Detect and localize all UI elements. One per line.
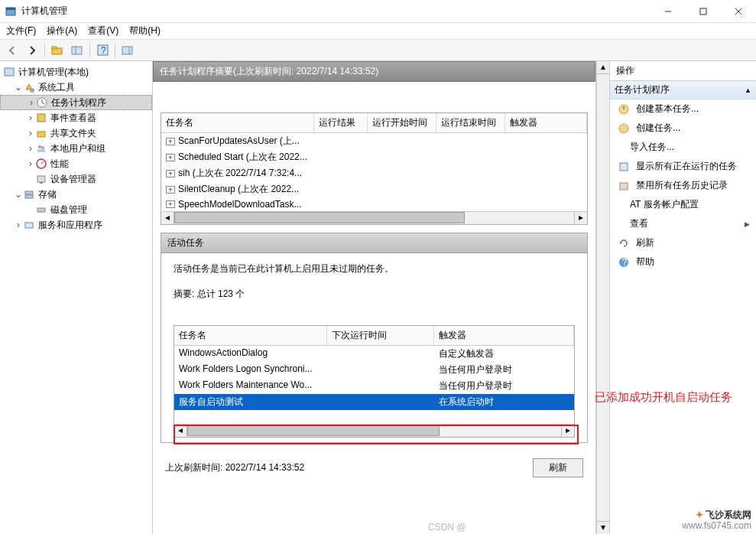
toolbar-folder-button[interactable] <box>48 42 67 59</box>
tree-label: 事件查看器 <box>50 112 96 125</box>
tree-local-users[interactable]: ›本地用户和组 <box>0 141 152 156</box>
svg-rect-23 <box>37 149 45 152</box>
tree-label: 本地用户和组 <box>50 142 105 155</box>
tree-task-scheduler[interactable]: ›任务计划程序 <box>0 95 152 110</box>
active-tasks-description: 活动任务是当前已在此计算机上启用且未过期的任务。 <box>174 262 575 275</box>
tree-system-tools[interactable]: ⌄系统工具 <box>0 80 152 95</box>
title-bar: 计算机管理 <box>0 0 756 23</box>
svg-rect-19 <box>37 114 45 122</box>
tree-disk-management[interactable]: 磁盘管理 <box>0 202 152 217</box>
svg-rect-36 <box>620 183 628 190</box>
scrollbar-horizontal[interactable]: ◂▸ <box>161 211 587 224</box>
svg-rect-8 <box>72 47 82 54</box>
annotation-box <box>174 425 579 444</box>
toolbar-preview-button[interactable] <box>118 42 137 59</box>
tree-device-manager[interactable]: 设备管理器 <box>0 171 152 187</box>
menu-bar: 文件(F) 操作(A) 查看(V) 帮助(H) <box>0 23 756 40</box>
tree-label: 服务和应用程序 <box>38 219 102 232</box>
svg-rect-26 <box>37 176 45 182</box>
svg-line-25 <box>41 161 44 164</box>
tree-label: 性能 <box>50 158 69 171</box>
maximize-button[interactable] <box>686 0 721 23</box>
scrollbar-vertical[interactable]: ▴▾ <box>596 61 609 534</box>
action-show-running[interactable]: 显示所有正在运行的任务 <box>610 157 756 176</box>
svg-text:?: ? <box>101 45 106 56</box>
action-disable-history[interactable]: 禁用所有任务历史记录 <box>610 176 756 195</box>
active-tasks-section: 活动任务 活动任务是当前已在此计算机上启用且未过期的任务。 摘要: 总计 123… <box>161 233 588 443</box>
close-button[interactable] <box>721 0 756 23</box>
menu-help[interactable]: 帮助(H) <box>129 24 161 37</box>
tree-label: 存储 <box>38 188 57 201</box>
svg-point-22 <box>41 146 44 149</box>
app-icon <box>5 5 17 18</box>
active-tasks-summary: 摘要: 总计 123 个 <box>174 288 575 301</box>
tree-performance[interactable]: ›性能 <box>0 156 152 171</box>
table-row[interactable]: WindowsActionDialog自定义触发器 <box>174 346 574 362</box>
action-import-task[interactable]: 导入任务... <box>610 138 756 157</box>
navigation-tree[interactable]: 计算机管理(本地) ⌄系统工具 ›任务计划程序 ›事件查看器 ›共享文件夹 ›本… <box>0 61 153 534</box>
annotation-text: 已添加成功开机自启动任务 <box>595 390 732 405</box>
svg-point-15 <box>30 88 34 93</box>
site-watermark: ✦ 飞沙系统网 www.fs0745.com <box>682 509 751 531</box>
menu-action[interactable]: 操作(A) <box>47 24 77 37</box>
footer-row: 上次刷新时间: 2022/7/14 14:33:52 刷新 <box>153 451 595 485</box>
tree-services-apps[interactable]: ›服务和应用程序 <box>0 217 152 233</box>
content-pane: 任务计划程序摘要(上次刷新时间: 2022/7/14 14:33:52) 任务名… <box>153 61 609 534</box>
action-refresh[interactable]: 刷新 <box>610 233 756 252</box>
svg-rect-30 <box>37 208 45 212</box>
table-row[interactable]: 服务自启动测试在系统启动时 <box>174 394 574 410</box>
svg-point-21 <box>38 145 41 148</box>
action-at-service[interactable]: AT 服务帐户配置 <box>610 195 756 214</box>
action-help[interactable]: ?帮助 <box>610 252 756 272</box>
tree-label: 系统工具 <box>38 81 75 94</box>
tree-label: 共享文件夹 <box>50 127 96 140</box>
list-item[interactable]: +Scheduled Start (上次在 2022... <box>161 149 587 165</box>
list-item[interactable]: +sih (上次在 2022/7/14 7:32:4... <box>161 165 587 181</box>
tree-root-label: 计算机管理(本地) <box>18 66 89 79</box>
window-title: 计算机管理 <box>21 5 651 18</box>
recent-tasks-list[interactable]: 任务名 运行结果 运行开始时间 运行结束时间 触发器 +ScanForUpdat… <box>161 112 588 225</box>
tree-event-viewer[interactable]: ›事件查看器 <box>0 110 152 125</box>
toolbar-help-button[interactable]: ? <box>93 42 112 59</box>
action-create-task[interactable]: 创建任务... <box>610 119 756 138</box>
svg-rect-31 <box>25 223 33 228</box>
svg-rect-3 <box>700 8 706 15</box>
actions-title: 操作 <box>610 61 756 81</box>
svg-rect-29 <box>25 195 33 198</box>
active-tasks-list[interactable]: 任务名 下次运行时间 触发器 WindowsActionDialog自定义触发器… <box>174 325 575 438</box>
nav-forward-button[interactable] <box>23 42 41 59</box>
list-item[interactable]: +ScanForUpdatesAsUser (上... <box>161 133 587 149</box>
last-refresh-label: 上次刷新时间: 2022/7/14 14:33:52 <box>165 461 304 474</box>
active-tasks-columns: 任务名 下次运行时间 触发器 <box>174 326 574 346</box>
tree-shared-folders[interactable]: ›共享文件夹 <box>0 125 152 141</box>
list-item[interactable]: +SpeechModelDownloadTask... <box>161 197 587 211</box>
tree-root[interactable]: 计算机管理(本地) <box>0 64 152 80</box>
svg-rect-35 <box>620 163 628 171</box>
action-view[interactable]: 查看▶ <box>610 214 756 233</box>
svg-rect-7 <box>52 47 57 49</box>
refresh-button[interactable]: 刷新 <box>533 458 583 477</box>
actions-pane: 操作 任务计划程序▲ 创建基本任务... 创建任务... 导入任务... 显示所… <box>609 61 756 534</box>
active-tasks-header[interactable]: 活动任务 <box>161 233 587 253</box>
toolbar: ? <box>0 40 756 61</box>
tree-label: 任务计划程序 <box>51 96 106 109</box>
svg-rect-28 <box>25 191 33 194</box>
tree-label: 设备管理器 <box>50 173 96 186</box>
summary-header: 任务计划程序摘要(上次刷新时间: 2022/7/14 14:33:52) <box>153 61 595 82</box>
menu-file[interactable]: 文件(F) <box>6 24 36 37</box>
recent-tasks-columns: 任务名 运行结果 运行开始时间 运行结束时间 触发器 <box>161 113 587 133</box>
list-item[interactable]: +SilentCleanup (上次在 2022... <box>161 181 587 197</box>
action-create-basic-task[interactable]: 创建基本任务... <box>610 99 756 119</box>
table-row[interactable]: Work Folders Maintenance Wo...当任何用户登录时 <box>174 378 574 394</box>
nav-back-button[interactable] <box>3 42 21 59</box>
tree-storage[interactable]: ⌄存储 <box>0 187 152 202</box>
toolbar-panel-button[interactable] <box>68 42 86 59</box>
svg-rect-1 <box>6 8 15 10</box>
tree-label: 磁盘管理 <box>50 204 87 217</box>
actions-group-header[interactable]: 任务计划程序▲ <box>610 81 756 99</box>
svg-text:?: ? <box>622 257 628 268</box>
table-row[interactable]: Work Folders Logon Synchroni...当任何用户登录时 <box>174 362 574 378</box>
csdn-watermark: CSDN @ <box>428 522 466 532</box>
menu-view[interactable]: 查看(V) <box>88 24 118 37</box>
minimize-button[interactable] <box>651 0 686 23</box>
